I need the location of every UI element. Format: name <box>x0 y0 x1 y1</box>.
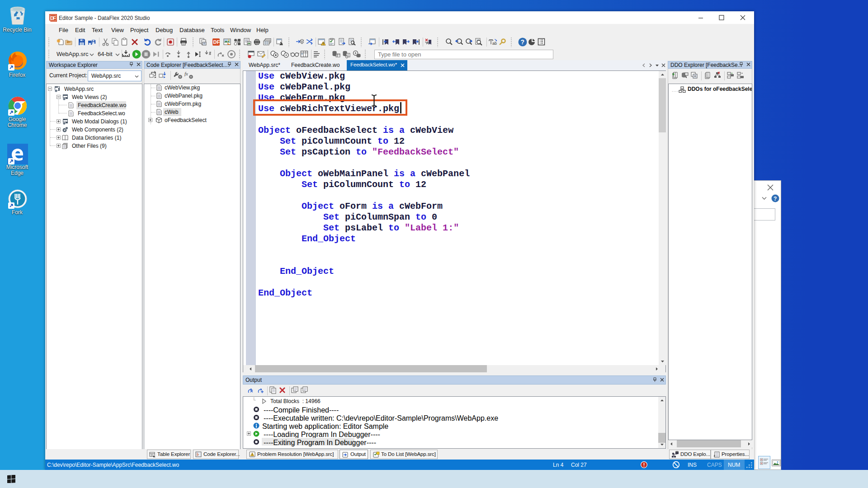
svg-text:?: ? <box>774 196 777 202</box>
svg-text:fx: fx <box>184 71 188 76</box>
svg-text:ab: ab <box>492 41 497 46</box>
svg-text:DF: DF <box>213 39 220 45</box>
svg-text:?: ? <box>521 38 525 46</box>
